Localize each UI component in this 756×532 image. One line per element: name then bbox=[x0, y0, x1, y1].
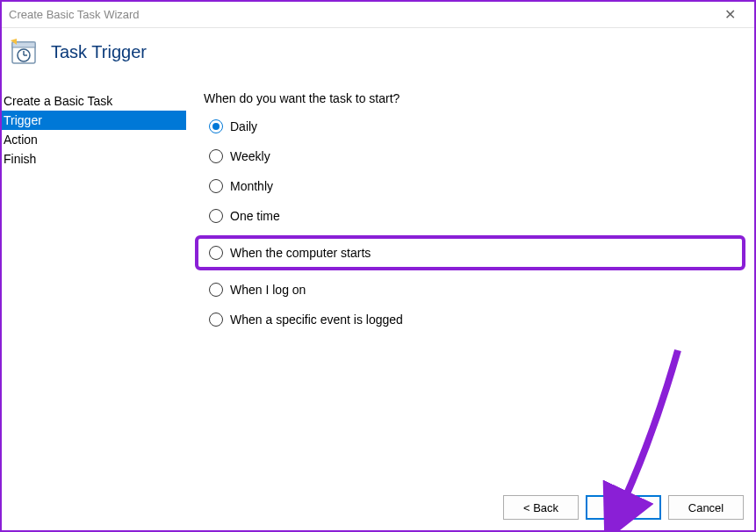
option-one-time[interactable]: One time bbox=[204, 205, 745, 226]
annotation-highlight: When the computer starts bbox=[195, 235, 745, 270]
wizard-body: Create a Basic Task Trigger Action Finis… bbox=[2, 91, 754, 486]
wizard-heading: Task Trigger bbox=[51, 42, 147, 62]
step-action[interactable]: Action bbox=[2, 130, 186, 149]
wizard-steps-sidebar: Create a Basic Task Trigger Action Finis… bbox=[2, 91, 186, 486]
option-specific-event[interactable]: When a specific event is logged bbox=[204, 309, 745, 330]
radio-icon bbox=[209, 209, 223, 223]
option-weekly[interactable]: Weekly bbox=[204, 146, 745, 167]
cancel-button[interactable]: Cancel bbox=[668, 495, 744, 520]
option-label: When a specific event is logged bbox=[230, 313, 403, 327]
trigger-question: When do you want the task to start? bbox=[204, 91, 745, 105]
option-label: Weekly bbox=[230, 149, 270, 163]
next-button[interactable]: Next > bbox=[586, 495, 661, 520]
option-label: Monthly bbox=[230, 179, 273, 193]
option-label: When the computer starts bbox=[230, 246, 371, 260]
close-icon[interactable]: ✕ bbox=[712, 6, 747, 23]
wizard-footer: < Back Next > Cancel bbox=[2, 486, 754, 530]
wizard-window: Create Basic Task Wizard ✕ Task Trigger … bbox=[0, 0, 756, 532]
option-computer-starts[interactable]: When the computer starts bbox=[204, 242, 376, 263]
window-title: Create Basic Task Wizard bbox=[9, 8, 712, 21]
step-create-basic-task[interactable]: Create a Basic Task bbox=[2, 91, 186, 111]
back-button[interactable]: < Back bbox=[503, 495, 579, 520]
option-log-on[interactable]: When I log on bbox=[204, 279, 745, 300]
option-label: When I log on bbox=[230, 283, 306, 297]
trigger-options: Daily Weekly Monthly One time bbox=[204, 116, 745, 330]
option-label: Daily bbox=[230, 119, 257, 133]
radio-icon bbox=[209, 246, 223, 260]
radio-icon bbox=[209, 119, 223, 133]
radio-icon bbox=[209, 313, 223, 327]
option-daily[interactable]: Daily bbox=[204, 116, 745, 137]
step-finish[interactable]: Finish bbox=[2, 149, 186, 169]
radio-icon bbox=[209, 179, 223, 193]
radio-icon bbox=[209, 149, 223, 163]
option-monthly[interactable]: Monthly bbox=[204, 176, 745, 197]
wizard-main: When do you want the task to start? Dail… bbox=[186, 91, 754, 486]
option-label: One time bbox=[230, 209, 280, 223]
wizard-header: Task Trigger bbox=[2, 28, 754, 91]
step-trigger[interactable]: Trigger bbox=[2, 111, 186, 130]
titlebar: Create Basic Task Wizard ✕ bbox=[2, 2, 754, 28]
scheduler-clock-icon bbox=[9, 37, 39, 67]
radio-icon bbox=[209, 283, 223, 297]
